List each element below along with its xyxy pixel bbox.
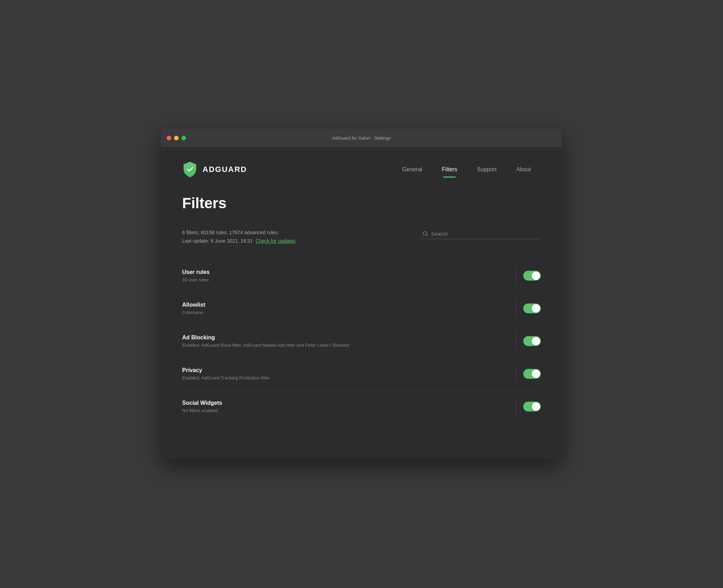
nav-about[interactable]: About	[506, 164, 541, 175]
nav-support[interactable]: Support	[467, 164, 506, 175]
toggle-knob-ad-blocking	[532, 337, 540, 345]
filter-name-ad-blocking: Ad Blocking	[182, 334, 516, 341]
search-icon	[423, 231, 428, 237]
divider-ad-blocking	[516, 333, 516, 350]
toggle-allowlist[interactable]	[523, 303, 541, 313]
check-updates-link[interactable]: Check for updates	[256, 238, 296, 244]
stats-search-row: 6 filters, 80158 rules, 17674 advanced r…	[182, 229, 541, 245]
filter-desc-privacy: Enabled: AdGuard Tracking Protection fil…	[182, 375, 516, 381]
search-container	[421, 229, 541, 239]
navbar: ADGUARD General Filters Support About	[182, 161, 541, 178]
adguard-logo-icon	[182, 161, 198, 178]
toggle-knob-user-rules	[532, 271, 540, 280]
divider-user-rules	[516, 267, 516, 284]
divider-allowlist	[516, 300, 516, 317]
window-title: AdGuard for Safari - Settings	[332, 135, 391, 141]
filter-desc-allowlist: 0 domains	[182, 310, 516, 315]
nav-filters[interactable]: Filters	[432, 164, 467, 175]
toggle-user-rules[interactable]	[523, 271, 541, 281]
filter-desc-social-widgets: No filters enabled	[182, 408, 516, 413]
search-input[interactable]	[431, 231, 539, 237]
divider-privacy	[516, 365, 516, 382]
filter-item-social-widgets[interactable]: Social Widgets No filters enabled	[182, 390, 541, 423]
toggle-ad-blocking[interactable]	[523, 336, 541, 346]
logo-text: ADGUARD	[203, 165, 247, 174]
stats-update: Last update: 9 June 2021, 18:31 Check fo…	[182, 237, 295, 245]
toggle-knob-allowlist	[532, 304, 540, 313]
filter-list: User rules 10 user rules Allowlist 0 dom…	[182, 260, 541, 423]
filter-desc-ad-blocking: Enabled: AdGuard Base filter, AdGuard Mo…	[182, 343, 516, 348]
filter-item-user-rules[interactable]: User rules 10 user rules	[182, 260, 541, 292]
toggle-social-widgets[interactable]	[523, 402, 541, 411]
page-title: Filters	[182, 195, 541, 212]
maximize-button[interactable]	[181, 136, 186, 140]
filter-item-ad-blocking[interactable]: Ad Blocking Enabled: AdGuard Base filter…	[182, 325, 541, 358]
nav-items: General Filters Support About	[392, 164, 541, 175]
filter-name-privacy: Privacy	[182, 367, 516, 373]
stats-info: 6 filters, 80158 rules, 17674 advanced r…	[182, 229, 295, 245]
toggle-privacy[interactable]	[523, 369, 541, 379]
filter-name-allowlist: Allowlist	[182, 302, 516, 308]
traffic-lights	[167, 136, 186, 140]
filter-item-allowlist[interactable]: Allowlist 0 domains	[182, 292, 541, 325]
minimize-button[interactable]	[174, 136, 179, 140]
svg-line-1	[427, 235, 428, 236]
stats-rules: 6 filters, 80158 rules, 17674 advanced r…	[182, 229, 295, 237]
content-area: ADGUARD General Filters Support About Fi…	[161, 147, 562, 437]
logo-area: ADGUARD	[182, 161, 247, 178]
close-button[interactable]	[167, 136, 171, 140]
app-window: AdGuard for Safari - Settings ADGUA	[161, 129, 562, 459]
filter-name-social-widgets: Social Widgets	[182, 400, 516, 406]
divider-social-widgets	[516, 398, 516, 415]
title-bar: AdGuard for Safari - Settings	[161, 129, 562, 147]
toggle-knob-social-widgets	[532, 402, 540, 411]
filter-item-privacy[interactable]: Privacy Enabled: AdGuard Tracking Protec…	[182, 358, 541, 390]
nav-general[interactable]: General	[392, 164, 432, 175]
filter-desc-user-rules: 10 user rules	[182, 277, 516, 282]
filter-name-user-rules: User rules	[182, 269, 516, 275]
toggle-knob-privacy	[532, 370, 540, 378]
